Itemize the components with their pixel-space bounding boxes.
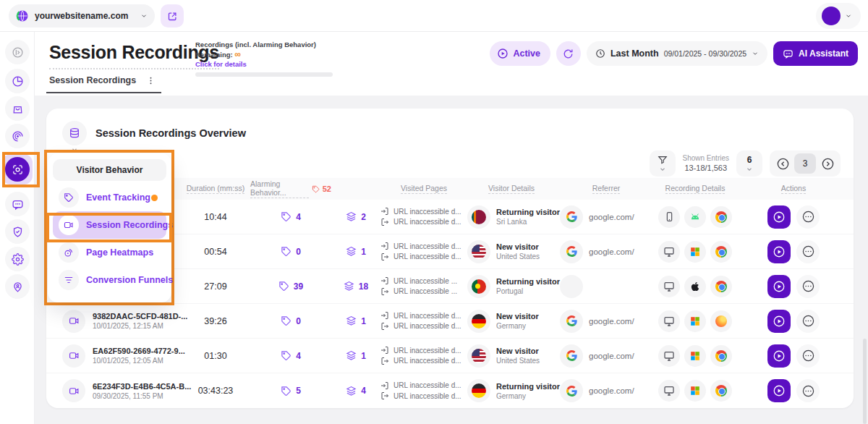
- bag-icon: [12, 103, 24, 115]
- play-circle-icon: [773, 315, 786, 328]
- website-name: yourwebsitename.com: [35, 11, 135, 21]
- shown-entries-label: Shown Entries: [683, 153, 729, 163]
- ai-assistant-button[interactable]: AI Assistant: [773, 41, 858, 66]
- previous-page-button[interactable]: [773, 153, 793, 174]
- menu-item-event-tracking[interactable]: Event Tracking: [53, 184, 166, 211]
- user-menu[interactable]: [816, 3, 861, 29]
- referrer-cell: google.com/: [556, 379, 657, 402]
- visitor-country: Germany: [496, 392, 560, 400]
- desktop-device-icon: [663, 385, 675, 397]
- more-actions-button[interactable]: [796, 240, 820, 263]
- visitor-type: New visitor: [496, 242, 540, 251]
- column-recording-details[interactable]: Recording Details: [657, 184, 733, 194]
- alarming-count-cell: 0: [250, 315, 331, 326]
- refresh-icon: [563, 48, 574, 59]
- kebab-menu-icon[interactable]: [146, 76, 156, 85]
- current-page[interactable]: 3: [794, 153, 816, 174]
- google-icon: [566, 211, 577, 222]
- pages-count-cell: 4: [331, 386, 380, 397]
- chevron-down-icon: [140, 12, 148, 20]
- menu-item-page-heatmaps[interactable]: Page Heatmaps: [53, 239, 166, 266]
- more-actions-button[interactable]: [796, 205, 820, 229]
- visitor-country: United States: [496, 357, 540, 365]
- ellipsis-circle-icon: [801, 349, 815, 362]
- refresh-button[interactable]: [556, 41, 581, 66]
- sidebar-item-visitor-behavior-active[interactable]: [2, 154, 33, 185]
- sidebar-item-location[interactable]: [5, 274, 30, 299]
- alarming-count: 0: [296, 247, 301, 257]
- alarm-tag-icon: [278, 281, 289, 292]
- recording-id: 6E234F3D-E4B6-4C5A-B...: [93, 382, 191, 391]
- more-actions-button[interactable]: [796, 310, 820, 333]
- visitor-type: Returning visitor: [496, 277, 560, 286]
- exit-page-icon: [380, 287, 389, 296]
- recording-cell: 6E234F3D-E4B6-4C5A-B... 09/30/2025, 11:5…: [46, 379, 181, 402]
- date-range-picker[interactable]: Last Month 09/01/2025 - 09/30/2025: [587, 41, 767, 66]
- sidebar-item-feedback[interactable]: [5, 192, 30, 216]
- website-selector[interactable]: yourwebsitename.com: [9, 4, 155, 27]
- more-actions-button[interactable]: [796, 344, 820, 368]
- chrome-browser-icon: [715, 211, 727, 223]
- column-alarming-behavior[interactable]: Alarming Behavior... 52: [250, 179, 331, 198]
- table-row[interactable]: 9382DAAC-5CFD-481D-... 10/01/2025, 12:15…: [46, 304, 854, 339]
- recordings-quota: Recordings (incl. Alarming Behavior) Rem…: [195, 41, 340, 77]
- open-website-button[interactable]: [161, 4, 184, 27]
- next-page-button[interactable]: [817, 153, 838, 174]
- visitor-type: New visitor: [496, 347, 540, 355]
- visitor-country: Germany: [496, 322, 539, 330]
- visitor-country: United States: [496, 253, 540, 260]
- tab-session-recordings[interactable]: Session Recordings: [46, 75, 161, 93]
- play-recording-button[interactable]: [767, 205, 791, 229]
- actions-cell: [733, 310, 854, 333]
- pages-count: 4: [361, 386, 366, 396]
- table-row[interactable]: 6E234F3D-E4B6-4C5A-B... 09/30/2025, 11:5…: [46, 373, 854, 408]
- sidebar-item-privacy[interactable]: [5, 219, 30, 244]
- recording-cell: 9382DAAC-5CFD-481D-... 10/01/2025, 12:15…: [46, 310, 181, 333]
- menu-item-session-recordings[interactable]: Session Recordings: [53, 211, 166, 239]
- column-duration[interactable]: Duration (mm:ss): [181, 184, 250, 194]
- duration-value: 01:30: [181, 351, 250, 361]
- menu-item-conversion-funnels[interactable]: Conversion Funnels: [53, 266, 166, 294]
- play-recording-button[interactable]: [767, 275, 791, 298]
- actions-cell: [733, 275, 854, 298]
- column-visited-pages[interactable]: Visited Pages: [380, 184, 467, 194]
- actions-cell: [733, 379, 854, 402]
- play-recording-button[interactable]: [767, 379, 791, 402]
- column-referrer[interactable]: Referrer: [556, 184, 657, 194]
- visitor-details-cell: New visitor Germany: [467, 310, 556, 333]
- visitor-type: Returning visitor: [496, 382, 560, 391]
- referrer-url: google.com/: [589, 317, 634, 326]
- entry-page-icon: [380, 381, 389, 390]
- sidebar-item-dashboard[interactable]: [5, 69, 30, 93]
- quota-details-link[interactable]: Click for details: [195, 60, 340, 68]
- sidebar-item-analytics[interactable]: [5, 124, 30, 148]
- column-actions[interactable]: Actions: [733, 184, 854, 194]
- visitor-country: Sri Lanka: [496, 218, 560, 226]
- visited-pages-cell: URL inaccessible d... URL inaccessible d…: [380, 344, 467, 368]
- vertical-scrollbar[interactable]: [863, 339, 867, 424]
- exit-url: URL inaccessible d...: [393, 392, 461, 400]
- top-bar: yourwebsitename.com: [0, 0, 868, 32]
- more-actions-button[interactable]: [796, 275, 820, 298]
- firefox-browser-icon: [715, 315, 727, 327]
- sidebar-item-settings[interactable]: [5, 247, 30, 271]
- alarming-count: 5: [296, 386, 301, 396]
- overview-collapse-button[interactable]: [62, 121, 87, 145]
- play-recording-button[interactable]: [767, 310, 791, 333]
- table-row[interactable]: EA62F590-2669-4772-9... 10/01/2025, 12:0…: [46, 339, 854, 373]
- filter-button[interactable]: [650, 150, 676, 177]
- play-recording-button[interactable]: [767, 240, 791, 263]
- sidebar-collapse-button[interactable]: [5, 40, 30, 64]
- visited-pages-cell: URL inaccessible d... URL inaccessible d…: [380, 240, 467, 263]
- layers-icon: [344, 281, 354, 292]
- alarm-tag-icon: [281, 246, 292, 257]
- exit-url: URL inaccessible d...: [393, 218, 461, 226]
- sidebar-item-products[interactable]: [5, 96, 30, 121]
- page-size-select[interactable]: 6: [736, 150, 762, 177]
- play-recording-button[interactable]: [767, 344, 791, 368]
- more-actions-button[interactable]: [796, 379, 820, 402]
- gear-icon: [12, 253, 24, 266]
- column-visitor-details[interactable]: Visitor Details: [467, 184, 556, 194]
- active-status-button[interactable]: Active: [490, 41, 550, 66]
- pages-count-cell: 1: [331, 315, 380, 326]
